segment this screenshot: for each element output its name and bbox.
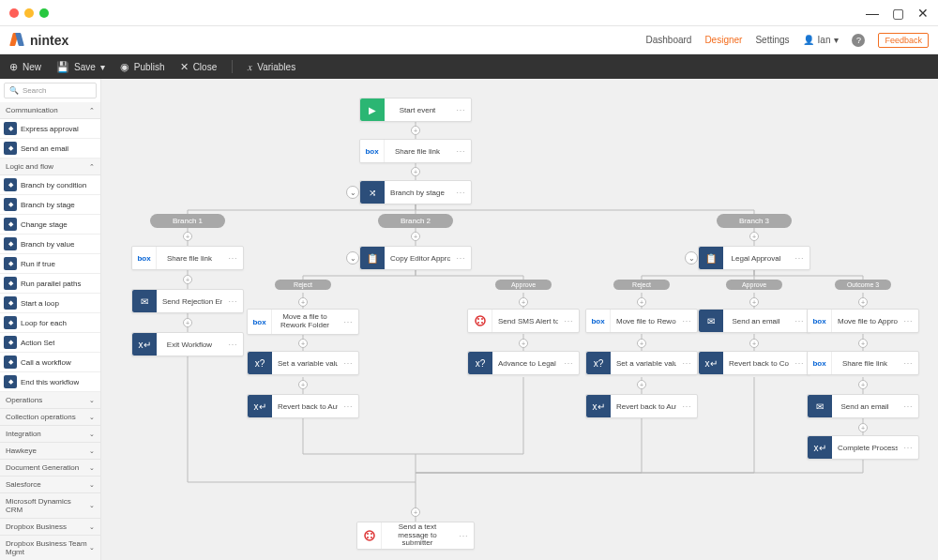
node-menu-icon[interactable]: ⋯ (898, 316, 918, 326)
close-button[interactable]: ✕Close (180, 61, 218, 73)
nav-dashboard[interactable]: Dashboard (645, 35, 691, 45)
sidebar-action-item[interactable]: ◆Change stage (0, 215, 100, 235)
sidebar-action-item[interactable]: ◆Action Set (0, 333, 100, 353)
node-branch-by-stage[interactable]: ⤨Branch by stage⋯ (359, 180, 472, 204)
node-copy-editor-approval[interactable]: 📋Copy Editor Approval⋯ (359, 246, 472, 270)
node-share-file-link[interactable]: boxShare file link⋯ (359, 139, 472, 163)
publish-button[interactable]: ◉Publish (120, 61, 165, 73)
close-icon[interactable]: ✕ (917, 6, 929, 21)
node-menu-icon[interactable]: ⋯ (789, 253, 809, 264)
sidebar-action-item[interactable]: ◆Branch by condition (0, 175, 100, 195)
search-input[interactable]: 🔍Search (4, 83, 97, 98)
collapse-icon[interactable]: ⌄ (346, 186, 359, 199)
add-node-button[interactable]: + (183, 232, 192, 241)
sidebar-category[interactable]: Microsoft Dynamics CRM⌄ (0, 493, 100, 519)
node-send-sms[interactable]: Send SMS Alert to Legal⋯ (467, 309, 580, 333)
nav-designer[interactable]: Designer (704, 35, 742, 45)
add-node-button[interactable]: + (858, 297, 868, 307)
node-menu-icon[interactable]: ⋯ (338, 317, 358, 327)
maximize-icon[interactable]: ▢ (892, 6, 904, 21)
add-node-button[interactable]: + (637, 380, 646, 389)
sidebar-action-item[interactable]: ◆End this workflow (0, 372, 100, 392)
add-node-button[interactable]: + (298, 339, 308, 348)
variables-button[interactable]: 𝑥Variables (248, 61, 295, 73)
node-revert-to-author[interactable]: x↵Revert back to Author⋯ (247, 394, 359, 418)
node-menu-icon[interactable]: ⋯ (222, 296, 243, 307)
sidebar-category[interactable]: Dropbox Business⌄ (0, 519, 100, 536)
node-send-email-b3b[interactable]: ✉Send an email⋯ (807, 394, 919, 418)
node-menu-icon[interactable]: ⋯ (450, 188, 471, 198)
add-node-button[interactable]: + (637, 297, 646, 307)
nav-settings[interactable]: Settings (755, 35, 789, 45)
node-move-rework-b3[interactable]: boxMove file to Rework⋯ (585, 309, 698, 333)
add-node-button[interactable]: + (858, 423, 868, 432)
sidebar-action-item[interactable]: ◆Start a loop (0, 294, 100, 313)
sidebar-category[interactable]: Salesforce⌄ (0, 477, 100, 493)
node-menu-icon[interactable]: ⋯ (898, 443, 918, 453)
add-node-button[interactable]: + (858, 380, 868, 389)
sidebar-action-item[interactable]: ◆Express approval (0, 119, 100, 139)
node-menu-icon[interactable]: ⋯ (222, 340, 243, 350)
add-node-button[interactable]: + (298, 380, 308, 389)
sidebar-category[interactable]: Collection operations⌄ (0, 409, 100, 426)
node-menu-icon[interactable]: ⋯ (450, 105, 471, 115)
sidebar-action-item[interactable]: ◆Branch by stage (0, 195, 100, 215)
add-node-button[interactable]: + (749, 297, 759, 307)
node-menu-icon[interactable]: ⋯ (898, 358, 918, 369)
add-node-button[interactable]: + (411, 126, 420, 135)
sidebar-action-item[interactable]: ◆Loop for each (0, 313, 100, 333)
node-move-rework[interactable]: boxMove a file to Rework Folder⋯ (247, 309, 359, 335)
node-send-rejection[interactable]: ✉Send Rejection Email⋯ (131, 289, 244, 313)
node-move-approved[interactable]: boxMove file to Approved⋯ (807, 309, 919, 333)
add-node-button[interactable]: + (637, 339, 646, 348)
sidebar-category-communication[interactable]: Communication⌃ (0, 102, 100, 119)
feedback-button[interactable]: Feedback (878, 33, 929, 48)
add-node-button[interactable]: + (411, 167, 420, 176)
node-menu-icon[interactable]: ⋯ (676, 316, 697, 326)
sidebar-category[interactable]: Operations⌄ (0, 392, 100, 409)
user-menu[interactable]: 👤 Ian ▾ (803, 35, 840, 45)
minimize-icon[interactable]: — (866, 6, 879, 21)
maximize-window-button[interactable] (39, 8, 49, 18)
new-button[interactable]: ⊕New (9, 61, 41, 73)
close-window-button[interactable] (9, 8, 19, 18)
sidebar-action-item[interactable]: ◆Send an email (0, 139, 100, 159)
add-node-button[interactable]: + (749, 339, 759, 348)
node-menu-icon[interactable]: ⋯ (558, 358, 579, 369)
node-start-event[interactable]: ▶Start event⋯ (359, 98, 472, 122)
sidebar-category-logic[interactable]: Logic and flow⌃ (0, 159, 100, 175)
add-node-button[interactable]: + (411, 232, 420, 241)
node-revert-copy-editor[interactable]: x↵Revert back to Copy Editor⋯ (698, 351, 810, 375)
node-menu-icon[interactable]: ⋯ (676, 358, 697, 369)
add-node-button[interactable]: + (411, 507, 420, 517)
sidebar-action-item[interactable]: ◆Call a workflow (0, 353, 100, 372)
sidebar-action-item[interactable]: ◆Branch by value (0, 235, 100, 254)
node-menu-icon[interactable]: ⋯ (453, 531, 474, 541)
node-menu-icon[interactable]: ⋯ (450, 146, 471, 157)
node-advance-legal[interactable]: x?Advance to Legal Review⋯ (467, 351, 580, 375)
node-complete-process[interactable]: x↵Complete Process⋯ (807, 435, 919, 460)
save-button[interactable]: 💾Save▾ (56, 61, 105, 73)
node-set-variable-b3[interactable]: x?Set a variable value⋯ (585, 351, 698, 375)
add-node-button[interactable]: + (858, 339, 868, 348)
node-legal-approval[interactable]: 📋Legal Approval⋯ (698, 246, 810, 270)
node-menu-icon[interactable]: ⋯ (338, 358, 358, 369)
node-menu-icon[interactable]: ⋯ (338, 401, 358, 412)
add-node-button[interactable]: + (519, 297, 528, 307)
help-icon[interactable]: ? (852, 34, 865, 47)
node-send-text-message[interactable]: Send a text message to submitter⋯ (356, 522, 475, 550)
add-node-button[interactable]: + (298, 297, 308, 307)
add-node-button[interactable]: + (749, 232, 759, 241)
sidebar-action-item[interactable]: ◆Run if true (0, 254, 100, 274)
node-exit-workflow[interactable]: x↵Exit Workflow⋯ (131, 332, 244, 356)
sidebar-category[interactable]: Hawkeye⌄ (0, 443, 100, 460)
add-node-button[interactable]: + (183, 275, 192, 284)
designer-canvas[interactable]: ▶Start event⋯ + boxShare file link⋯ + ⌄ … (101, 79, 938, 560)
collapse-icon[interactable]: ⌄ (346, 251, 359, 265)
node-share-file-link-b1[interactable]: boxShare file link⋯ (131, 246, 244, 270)
sidebar-category[interactable]: Integration⌄ (0, 426, 100, 443)
node-share-link-b3[interactable]: boxShare file link⋯ (807, 351, 919, 375)
sidebar-action-item[interactable]: ◆Run parallel paths (0, 274, 100, 294)
node-set-variable[interactable]: x?Set a variable value⋯ (247, 351, 359, 375)
sidebar-category[interactable]: Dropbox Business Team Mgmt⌄ (0, 536, 100, 560)
